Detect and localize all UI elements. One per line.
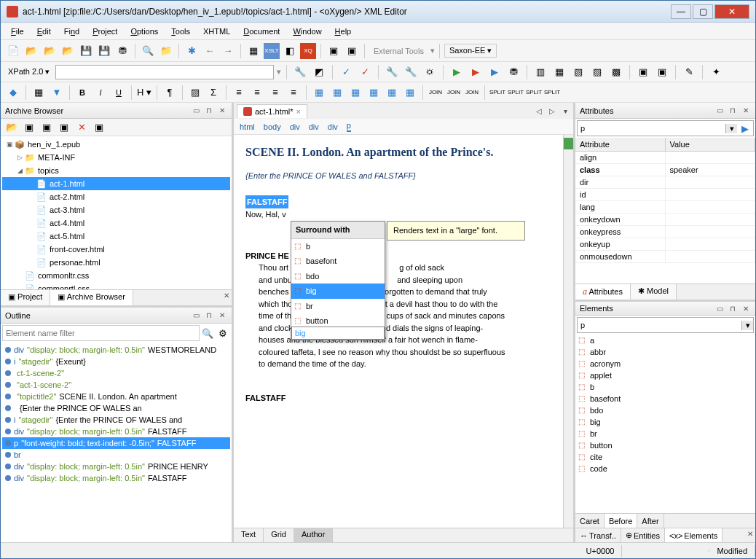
- tab-entities[interactable]: ⊕ Entities: [621, 528, 665, 542]
- panel-close-icon[interactable]: ✕: [217, 106, 227, 116]
- attr-row[interactable]: onmousedown: [575, 251, 755, 263]
- t3-icon[interactable]: ▦: [347, 85, 363, 101]
- tab-project[interactable]: ▣ Project: [1, 290, 50, 305]
- popup-filter-input[interactable]: [291, 327, 385, 340]
- italic-icon[interactable]: I: [92, 85, 109, 101]
- ab-open-icon[interactable]: 📂: [4, 120, 20, 136]
- outline-item[interactable]: div "display: block; margin-left: 0.5in"…: [2, 426, 230, 437]
- j1-icon[interactable]: JOIN: [428, 85, 444, 101]
- popup-item-bdo[interactable]: bdo: [291, 269, 385, 284]
- p1-icon[interactable]: ▥: [532, 64, 548, 80]
- popup-item-big[interactable]: big: [291, 284, 385, 299]
- print-icon[interactable]: ⛃: [114, 43, 130, 59]
- element-item-basefont[interactable]: basefont: [575, 393, 755, 404]
- close-button[interactable]: ✕: [714, 4, 749, 19]
- bc-div2[interactable]: div: [309, 122, 319, 131]
- ab-close-icon[interactable]: ▣: [21, 120, 37, 136]
- attr-pin-icon[interactable]: ⊓: [728, 106, 738, 116]
- menu-find[interactable]: Find: [58, 25, 85, 38]
- tab-elements[interactable]: <x> Elements: [665, 528, 722, 542]
- tabnav-next-icon[interactable]: ▷: [547, 106, 557, 116]
- attr-row[interactable]: id: [575, 189, 755, 201]
- s1-icon[interactable]: SPLIT: [489, 85, 505, 101]
- ab-add-icon[interactable]: ▣: [39, 120, 55, 136]
- engine-selector[interactable]: Saxon-EE ▾: [444, 44, 497, 58]
- outline-tree[interactable]: div "display: block; margin-left: 0.5in"…: [1, 343, 232, 542]
- attr-row[interactable]: lang: [575, 201, 755, 214]
- popup-item-b[interactable]: b: [291, 239, 385, 254]
- attr-row[interactable]: dir: [575, 176, 755, 189]
- doc-icon[interactable]: ▦: [245, 43, 261, 59]
- heading-icon[interactable]: H ▾: [136, 85, 152, 101]
- p7-icon[interactable]: ▣: [654, 64, 670, 80]
- list4-icon[interactable]: ≡: [286, 85, 302, 101]
- outline-item[interactable]: "topictitle2" SCENE II. London. An apart…: [2, 391, 230, 402]
- filter-icon[interactable]: ▼: [49, 85, 65, 101]
- mode-author[interactable]: Author: [294, 528, 333, 542]
- j3-icon[interactable]: JOIN: [464, 85, 480, 101]
- run3-icon[interactable]: ▶: [487, 64, 503, 80]
- external-tools-label[interactable]: External Tools: [369, 47, 428, 55]
- menu-file[interactable]: File: [5, 25, 30, 38]
- prev-icon[interactable]: ←: [202, 43, 218, 59]
- tabnav-list-icon[interactable]: ▾: [560, 106, 570, 116]
- element-item-abbr[interactable]: abbr: [575, 346, 755, 358]
- open-icon[interactable]: 📂: [23, 43, 39, 59]
- next-icon[interactable]: →: [220, 43, 236, 59]
- outline-item[interactable]: p "font-weight: bold; text-indent: -0.5i…: [2, 437, 230, 449]
- popup-item-button[interactable]: button: [291, 313, 385, 327]
- s4-icon[interactable]: SPLIT: [544, 85, 560, 101]
- popup-item-basefont[interactable]: basefont: [291, 254, 385, 269]
- outline-item[interactable]: i "stagedir" {Enter the PRINCE OF WALES …: [2, 414, 230, 426]
- archive-tree[interactable]: ▣📦hen_iv_1.epub ▷📁META-INF ◢📁topics 📄act…: [1, 136, 232, 289]
- p4-icon[interactable]: ▨: [589, 64, 605, 80]
- popup-item-br[interactable]: br: [291, 299, 385, 314]
- attr-restore-icon[interactable]: ▭: [714, 106, 725, 116]
- search-icon[interactable]: 🔍: [140, 43, 156, 59]
- outline-filter-input[interactable]: [2, 325, 200, 341]
- find-icon[interactable]: 📁: [158, 43, 174, 59]
- tool3-icon[interactable]: ◩: [311, 64, 327, 80]
- tab-caret[interactable]: Caret: [575, 514, 605, 528]
- t6-icon[interactable]: ▦: [402, 85, 418, 101]
- elem-close-icon[interactable]: ✕: [741, 303, 751, 313]
- element-item-acronym[interactable]: acronym: [575, 358, 755, 370]
- menu-window[interactable]: Window: [287, 25, 327, 38]
- cfg-icon[interactable]: ⛭: [422, 64, 438, 80]
- outline-item[interactable]: ct-1-scene-2": [2, 367, 230, 379]
- t2-icon[interactable]: ▦: [329, 85, 345, 101]
- save-icon[interactable]: 💾: [78, 43, 94, 59]
- t5-icon[interactable]: ▦: [384, 85, 400, 101]
- back-icon[interactable]: ✱: [184, 43, 200, 59]
- outline-item[interactable]: div "display: block; margin-left: 0.5in"…: [2, 461, 230, 472]
- s2-icon[interactable]: SPLIT: [508, 85, 524, 101]
- bc-div3[interactable]: div: [328, 122, 338, 131]
- element-item-b[interactable]: b: [575, 381, 755, 393]
- wrench3-icon[interactable]: 🔧: [403, 64, 419, 80]
- minimize-button[interactable]: —: [671, 4, 691, 19]
- check2-icon[interactable]: ✓: [357, 64, 373, 80]
- xpath-input[interactable]: [55, 65, 274, 79]
- menu-document[interactable]: Document: [237, 25, 286, 38]
- s3-icon[interactable]: SPLIT: [526, 85, 542, 101]
- attr-row[interactable]: classspeaker: [575, 164, 755, 176]
- attr-row[interactable]: align: [575, 152, 755, 164]
- list3-icon[interactable]: ≡: [267, 85, 283, 101]
- tab-after[interactable]: After: [637, 514, 664, 528]
- speaker-falstaff[interactable]: FALSTAFF: [245, 195, 288, 209]
- editor-ruler[interactable]: [563, 135, 573, 528]
- run-icon[interactable]: ▶: [449, 64, 465, 80]
- col-value[interactable]: Value: [666, 138, 756, 151]
- element-item-button[interactable]: button: [575, 439, 755, 451]
- tool2-icon[interactable]: ▣: [344, 43, 360, 59]
- chevron-down-icon[interactable]: ▾: [725, 124, 737, 133]
- menu-project[interactable]: Project: [87, 25, 123, 38]
- bc-p[interactable]: p: [347, 121, 351, 132]
- t4-icon[interactable]: ▦: [366, 85, 382, 101]
- bold-icon[interactable]: B: [74, 85, 90, 101]
- list2-icon[interactable]: ≡: [249, 85, 265, 101]
- wrench-icon[interactable]: 🔧: [292, 64, 308, 80]
- chevron-down-icon[interactable]: ▾: [741, 321, 753, 330]
- list1-icon[interactable]: ≡: [231, 85, 247, 101]
- p6-icon[interactable]: ▣: [635, 64, 651, 80]
